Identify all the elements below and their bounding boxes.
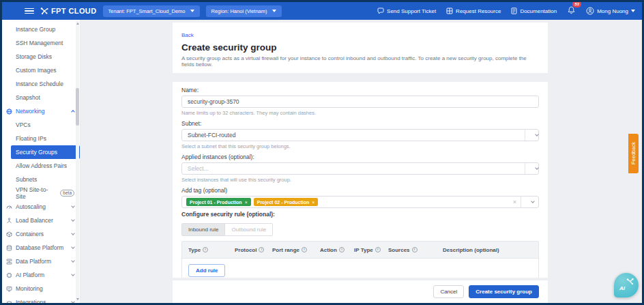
body-row: Instance Group SSH Management Storage Di… [2,20,642,303]
info-icon[interactable]: i [375,247,381,252]
chevron-down-icon [535,166,539,170]
scrollbar-up-icon[interactable] [76,23,79,25]
sidebar-item-security-groups[interactable]: Security Groups [11,145,80,159]
create-security-group-button[interactable]: Create security group [469,285,539,298]
remove-tag-icon[interactable]: × [245,200,248,205]
sidebar-item-ssh-management[interactable]: SSH Management [2,36,80,50]
send-support-ticket-link[interactable]: Send Support Ticket [377,8,436,14]
sidebar-item-snapshot[interactable]: Snapshot [2,91,80,104]
data-platform-icon [6,259,16,265]
rules-table-body: Add rule [182,259,538,278]
fpt-logo-icon [40,7,48,15]
subnet-helper: Select a subnet that this security group… [181,143,539,149]
select-chevron [525,130,538,141]
autoscaling-icon [6,204,16,210]
notification-badge: 53 [572,1,581,8]
chevron-down-icon [190,10,194,12]
column-port-range: Port rangei [272,247,320,253]
scrollbar-down-icon[interactable] [76,298,79,300]
select-chevron [525,163,538,174]
sidebar-item-floating-ips[interactable]: Floating IPs [2,132,80,145]
feedback-tab[interactable]: Feedback [628,134,639,173]
clear-tags-icon[interactable]: × [509,199,521,205]
subnet-label: Subnet: [181,120,539,127]
main-content: Back Create security group A security gr… [80,20,642,303]
tenant-selector[interactable]: Tenant: FPT_Smart_Cloud_Demo [103,5,200,17]
ai-assistant-button[interactable]: AI [614,273,639,297]
sidebar-scrollbar[interactable] [76,21,79,302]
logo-text: FPT CLOUD [51,7,97,15]
sidebar-item-vpn-site-to-site[interactable]: VPN Site-to-Site beta [2,186,80,200]
tab-inbound-rule[interactable]: Inbound rule [182,224,225,235]
notification-bell[interactable]: 53 [568,5,575,17]
database-platform-icon [6,245,16,251]
column-action: Actioni [320,247,354,253]
column-protocol: Protocoli [235,247,272,253]
info-icon[interactable]: i [203,247,208,252]
applied-instances-placeholder: Select... [182,165,209,172]
region-selector[interactable]: Region: Hanoi (Vietnam) [206,5,282,17]
tag-select[interactable]: Project 01 - Production × Project 02 - P… [181,196,539,208]
sidebar-item-instance-schedule[interactable]: Instance Schedule [2,77,80,91]
sidebar-item-autoscaling[interactable]: Autoscaling [2,200,80,214]
chevron-down-icon [71,218,75,222]
region-label: Region: Hanoi (Vietnam) [211,8,267,14]
beta-badge: beta [60,190,74,197]
sidebar-item-database-platform[interactable]: Database Platform [2,241,80,255]
load-balancer-icon [6,218,16,224]
chevron-down-icon [71,272,75,276]
cancel-button[interactable]: Cancel [433,285,464,298]
sidebar-item-integrations[interactable]: Integrations [2,295,80,305]
monitoring-icon [6,286,16,292]
chevron-down-icon [631,10,635,12]
info-icon[interactable]: i [259,247,264,252]
tab-outbound-rule[interactable]: Outbound rule [225,224,272,235]
select-chevron [521,196,534,208]
sidebar-item-data-platform[interactable]: Data Platform [2,255,80,268]
sidebar-item-vpcs[interactable]: VPCs [2,118,80,132]
sidebar-item-custom-images[interactable]: Custom Images [2,63,80,77]
rule-tabs: Inbound rule Outbound rule [181,223,273,236]
bell-icon [568,6,575,14]
user-name: Mong Nuong [597,8,628,14]
user-menu[interactable]: Mong Nuong [586,7,635,15]
chevron-down-icon [272,10,276,12]
add-rule-button[interactable]: Add rule [188,264,225,277]
name-input[interactable] [181,96,539,108]
sidebar-item-monitoring[interactable]: Monitoring [2,282,80,295]
support-chat-icon [377,8,384,14]
column-ip-type: IP Typei [354,247,388,253]
ai-label: AI [619,285,625,291]
form-footer: Cancel Create security group [173,280,548,303]
info-icon[interactable]: i [339,247,345,252]
menu-icon[interactable] [25,7,34,16]
back-link[interactable]: Back [181,32,194,38]
sidebar-item-subnets[interactable]: Subnets [2,173,80,186]
sidebar-item-instance-group[interactable]: Instance Group [2,23,80,36]
sidebar-scrollbar-thumb[interactable] [76,88,79,126]
networking-icon [6,108,16,115]
sidebar-item-networking[interactable]: Networking [2,104,80,118]
documentation-link[interactable]: Documentation [511,8,557,14]
applied-instances-select[interactable]: Select... [181,162,539,175]
tag-field-controls: × [509,196,534,208]
integrations-icon [6,300,16,305]
page-header-card: Back Create security group A security gr… [173,23,548,73]
sidebar-item-allow-address-pairs[interactable]: Allow Address Pairs [2,159,80,173]
page-description: A security group acts as a virtual firew… [181,55,539,68]
document-icon [511,8,517,14]
info-icon[interactable]: i [412,247,418,252]
sidebar-item-load-balancer[interactable]: Load Balancer [2,214,80,227]
app-window: FPT CLOUD Tenant: FPT_Smart_Cloud_Demo R… [0,0,644,305]
sidebar-item-ai-platform[interactable]: AI Platform [2,268,80,282]
chevron-down-icon [531,199,535,203]
sidebar-item-containers[interactable]: Containers [2,227,80,241]
resource-grid-icon [446,8,453,14]
request-resource-link[interactable]: Request Resource [446,8,501,14]
chevron-down-icon [71,204,75,208]
remove-tag-icon[interactable]: × [312,200,314,205]
subnet-select[interactable]: Subnet-FCI-routed [181,129,539,141]
applied-instances-helper: Select instances that will use this secu… [181,177,539,183]
info-icon[interactable]: i [302,247,307,252]
sidebar-item-storage-disks[interactable]: Storage Disks [2,50,80,63]
